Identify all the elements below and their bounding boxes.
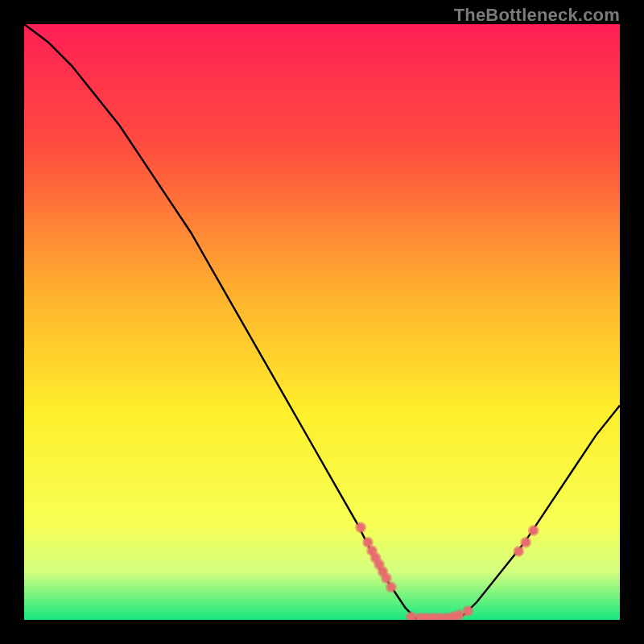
watermark-text: TheBottleneck.com — [454, 5, 620, 26]
plot-area — [24, 24, 620, 620]
svg-point-17 — [514, 547, 522, 555]
chart-svg — [24, 24, 620, 620]
svg-point-7 — [387, 583, 395, 591]
chart-container: TheBottleneck.com — [0, 0, 644, 644]
svg-point-1 — [364, 539, 372, 547]
svg-point-0 — [357, 523, 365, 531]
svg-point-15 — [455, 611, 463, 619]
svg-point-19 — [530, 526, 538, 535]
svg-point-6 — [382, 574, 390, 582]
svg-point-18 — [522, 539, 530, 547]
svg-point-16 — [464, 607, 472, 615]
